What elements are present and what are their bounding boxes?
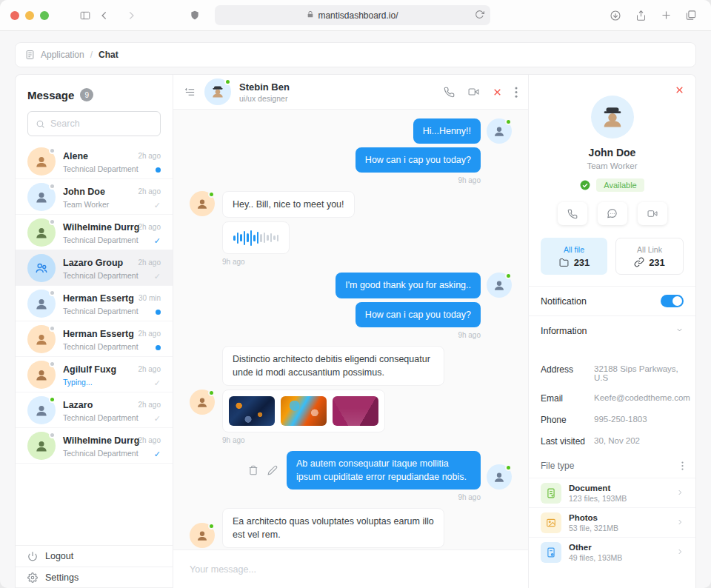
message-composer[interactable] — [173, 549, 528, 588]
logout-label: Logout — [45, 551, 73, 561]
attachment-image[interactable] — [281, 396, 327, 426]
contact-subtitle: Technical Department — [63, 271, 130, 280]
contact-row-herman-essertg-2[interactable]: Herman EssertgTechnical Department 2h ag… — [16, 321, 173, 357]
lock-icon — [307, 10, 314, 21]
settings-button[interactable]: Settings — [16, 567, 173, 588]
share-icon[interactable] — [631, 6, 650, 25]
contact-time: 2h ago — [138, 401, 161, 409]
contact-subtitle: Technical Department — [63, 235, 130, 244]
peer-avatar — [204, 78, 231, 105]
contact-time: 2h ago — [138, 436, 161, 444]
close-panel-icon[interactable] — [675, 84, 684, 98]
search-input[interactable] — [50, 118, 153, 129]
unread-count-badge: 9 — [80, 88, 93, 101]
profile-call-button[interactable] — [558, 202, 587, 225]
contact-search[interactable] — [27, 111, 161, 136]
voice-call-icon[interactable] — [444, 87, 455, 98]
group-avatar-icon — [27, 254, 56, 282]
conversation-list-toggle-icon[interactable] — [184, 87, 196, 98]
chevron-right-icon — [676, 518, 684, 528]
file-type-menu-icon[interactable] — [681, 461, 684, 470]
all-links-card[interactable]: All Link 231 — [615, 238, 684, 275]
all-links-count: 231 — [649, 257, 665, 268]
browser-window: mantisdashboard.io/ Appli — [0, 0, 711, 588]
peer-name: Stebin Ben — [239, 81, 290, 93]
link-icon — [634, 257, 644, 267]
close-window-button[interactable] — [10, 11, 19, 20]
available-check-icon — [580, 180, 590, 190]
contact-row-wilhelmine-durrg[interactable]: Wilhelmine DurrgTechnical Department 2h … — [16, 215, 173, 250]
downloads-icon[interactable] — [606, 6, 625, 25]
contact-row-alene[interactable]: AleneTechnical Department 2h ago — [16, 144, 173, 179]
breadcrumb: Application / Chat — [15, 42, 696, 67]
tab-overview-icon[interactable] — [681, 6, 701, 25]
contact-row-lazaro-group[interactable]: Lazaro GroupTechnical Department 2h ago✓ — [16, 250, 173, 286]
contact-row-herman-essertg-1[interactable]: Herman EssertgTechnical Department 30 mi… — [16, 286, 173, 321]
privacy-shield-icon[interactable] — [185, 6, 204, 25]
contact-row-wilhelmine-durrg-2[interactable]: Wilhelmine DurrgTechnical Department 2h … — [16, 428, 173, 464]
contact-row-lazaro[interactable]: LazaroTechnical Department 2h ago✓ — [16, 392, 173, 428]
detail-label: Email — [541, 393, 594, 404]
unread-dot — [156, 167, 161, 173]
contact-list: AleneTechnical Department 2h ago John Do… — [16, 144, 173, 545]
contact-name: John Doe — [63, 187, 105, 197]
new-tab-icon[interactable] — [656, 6, 675, 25]
profile-avatar — [591, 96, 634, 138]
chevron-down-icon — [675, 326, 684, 335]
file-type-label: Document — [569, 484, 669, 492]
url-text: mantisdashboard.io/ — [318, 10, 398, 21]
detail-value: Keefe@codedtheme.com — [594, 393, 690, 404]
voice-message[interactable] — [222, 221, 290, 254]
other-files-icon — [541, 542, 561, 563]
file-type-row-document[interactable]: Document123 files, 193MB — [529, 478, 695, 507]
contact-row-john-doe[interactable]: John DoeTeam Worker 2h ago✓ — [16, 179, 173, 215]
address-bar[interactable]: mantisdashboard.io/ — [215, 5, 490, 25]
file-type-row-other[interactable]: Other49 files, 193MB — [529, 537, 695, 567]
incoming-message: Distinctio architecto debitis eligendi c… — [222, 346, 444, 386]
avatar — [27, 290, 56, 318]
profile-message-button[interactable] — [598, 202, 627, 225]
file-type-meta: 123 files, 193MB — [569, 494, 669, 503]
attachment-image[interactable] — [229, 396, 275, 426]
detail-label: Last visited — [541, 436, 594, 447]
profile-panel: John Doe Team Worker Available All file — [528, 75, 695, 588]
contact-row-agilulf-fuxg[interactable]: Agilulf FuxgTyping... 2h ago✓ — [16, 357, 173, 392]
information-row[interactable]: Information — [529, 315, 695, 345]
profile-name: John Doe — [529, 147, 695, 158]
settings-label: Settings — [45, 572, 79, 583]
outgoing-message: Hi...Henny!! — [413, 118, 481, 144]
notification-toggle[interactable] — [661, 295, 684, 307]
message-history[interactable]: Hi...Henny!! How can i cap you today? 9h… — [173, 110, 528, 549]
file-type-row-photos[interactable]: Photos53 file, 321MB — [529, 507, 695, 537]
status-badge: Available — [596, 178, 644, 192]
browser-toolbar: mantisdashboard.io/ — [0, 0, 711, 31]
breadcrumb-application[interactable]: Application — [41, 50, 84, 60]
more-options-icon[interactable] — [515, 87, 518, 98]
end-chat-icon[interactable] — [493, 87, 502, 97]
logout-icon — [27, 551, 38, 561]
all-files-card[interactable]: All file 231 — [541, 238, 607, 275]
zoom-window-button[interactable] — [40, 11, 49, 20]
detail-value: 30, Nov 202 — [594, 436, 640, 447]
contact-time: 2h ago — [138, 258, 161, 267]
forward-button[interactable] — [121, 6, 141, 25]
all-files-label: All file — [564, 245, 584, 254]
read-check-icon: ✓ — [154, 379, 161, 387]
minimize-window-button[interactable] — [25, 11, 34, 20]
reload-icon[interactable] — [475, 10, 484, 21]
attachment-image[interactable] — [333, 396, 378, 426]
sidebar-toggle-icon[interactable] — [76, 6, 95, 25]
video-call-icon[interactable] — [467, 87, 480, 97]
back-button[interactable] — [95, 6, 114, 25]
app-page: Application / Chat Message 9 — [0, 31, 711, 588]
outgoing-message: How can i cap you today? — [356, 147, 481, 173]
folder-icon — [558, 258, 570, 267]
delete-message-icon[interactable] — [248, 465, 258, 475]
message-input[interactable] — [190, 564, 512, 575]
avatar — [27, 147, 56, 176]
file-type-label: Other — [569, 543, 669, 552]
logout-button[interactable]: Logout — [16, 545, 173, 567]
edit-message-icon[interactable] — [267, 465, 278, 475]
profile-video-button[interactable] — [638, 202, 667, 225]
application-icon — [25, 50, 35, 60]
